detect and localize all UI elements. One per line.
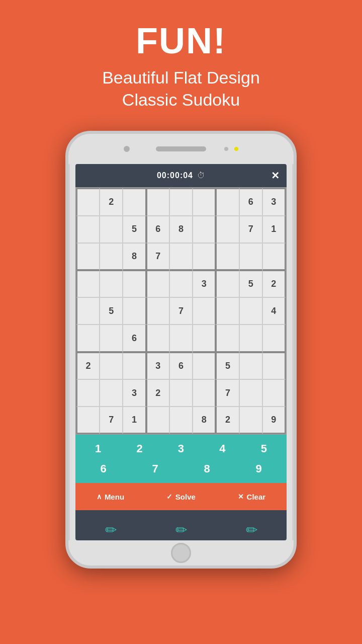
sudoku-cell[interactable]: 5 [123, 216, 146, 243]
sudoku-cell[interactable]: 2 [100, 188, 123, 215]
sudoku-cell[interactable]: 5 [100, 297, 123, 325]
sudoku-cell[interactable] [216, 325, 239, 352]
num-btn-9[interactable]: 9 [244, 460, 274, 478]
sudoku-cell[interactable] [239, 243, 262, 270]
sudoku-cell[interactable]: 3 [123, 379, 146, 407]
sudoku-cell[interactable]: 6 [146, 216, 169, 243]
sudoku-cell[interactable]: 8 [193, 407, 216, 434]
sudoku-cell[interactable]: 7 [216, 379, 239, 407]
num-btn-8[interactable]: 8 [192, 460, 222, 478]
sudoku-cell[interactable] [239, 379, 262, 407]
phone-screen: 00:00:04 ⏱ ✕ 263568718735257462365327718… [75, 164, 287, 540]
sudoku-cell[interactable] [193, 216, 216, 243]
sudoku-cell[interactable] [100, 243, 123, 270]
sudoku-cell[interactable] [262, 352, 286, 379]
num-btn-7[interactable]: 7 [140, 460, 170, 478]
sudoku-cell[interactable]: 2 [216, 407, 239, 434]
sudoku-cell[interactable]: 2 [262, 270, 286, 297]
sudoku-cell[interactable] [169, 243, 193, 270]
num-btn-3[interactable]: 3 [166, 440, 196, 458]
sudoku-cell[interactable] [239, 325, 262, 352]
sudoku-cell[interactable] [239, 297, 262, 325]
sudoku-cell[interactable]: 6 [239, 188, 262, 215]
sudoku-cell[interactable] [76, 297, 100, 325]
sudoku-cell[interactable] [76, 379, 100, 407]
numpad-row-1: 1 2 3 4 5 [77, 440, 285, 458]
sudoku-cell[interactable] [76, 325, 100, 352]
sudoku-cell[interactable] [100, 216, 123, 243]
num-btn-5[interactable]: 5 [249, 440, 279, 458]
sudoku-cell[interactable] [146, 297, 169, 325]
sudoku-cell[interactable]: 7 [100, 407, 123, 434]
sudoku-cell[interactable]: 3 [193, 270, 216, 297]
sudoku-cell[interactable]: 7 [146, 243, 169, 270]
sudoku-cell[interactable]: 2 [146, 379, 169, 407]
sudoku-cell[interactable] [193, 297, 216, 325]
sudoku-cell[interactable] [216, 297, 239, 325]
sudoku-grid[interactable]: 26356871873525746236532771829 [75, 187, 287, 435]
sudoku-cell[interactable] [216, 243, 239, 270]
sudoku-cell[interactable]: 4 [262, 297, 286, 325]
close-button[interactable]: ✕ [271, 170, 280, 182]
sudoku-cell[interactable]: 6 [169, 352, 193, 379]
sudoku-cell[interactable]: 3 [262, 188, 286, 215]
sudoku-cell[interactable] [169, 325, 193, 352]
sudoku-cell[interactable] [239, 407, 262, 434]
sudoku-cell[interactable] [146, 325, 169, 352]
sudoku-cell[interactable] [169, 188, 193, 215]
sudoku-cell[interactable] [76, 407, 100, 434]
sudoku-cell[interactable] [193, 188, 216, 215]
sudoku-cell[interactable] [193, 243, 216, 270]
sudoku-cell[interactable] [216, 188, 239, 215]
timer-display: 00:00:04 [157, 171, 193, 180]
sudoku-cell[interactable] [262, 379, 286, 407]
num-btn-4[interactable]: 4 [207, 440, 237, 458]
sudoku-cell[interactable] [76, 270, 100, 297]
sudoku-cell[interactable]: 7 [169, 297, 193, 325]
sudoku-cell[interactable]: 1 [123, 407, 146, 434]
sudoku-cell[interactable]: 8 [169, 216, 193, 243]
sudoku-cell[interactable] [146, 188, 169, 215]
sudoku-cell[interactable] [146, 407, 169, 434]
sudoku-cell[interactable]: 1 [262, 216, 286, 243]
num-btn-1[interactable]: 1 [83, 440, 113, 458]
sudoku-cell[interactable]: 2 [76, 352, 100, 379]
sudoku-cell[interactable] [193, 379, 216, 407]
sudoku-cell[interactable]: 5 [216, 352, 239, 379]
sudoku-cell[interactable] [100, 325, 123, 352]
home-button[interactable] [171, 543, 191, 563]
sudoku-cell[interactable] [76, 188, 100, 215]
menu-button[interactable]: ∧ Menu [97, 493, 124, 501]
sudoku-cell[interactable] [100, 270, 123, 297]
sudoku-cell[interactable] [239, 352, 262, 379]
sudoku-cell[interactable] [123, 270, 146, 297]
sudoku-cell[interactable]: 6 [123, 325, 146, 352]
sudoku-cell[interactable] [169, 270, 193, 297]
sudoku-cell[interactable] [123, 352, 146, 379]
sudoku-cell[interactable] [169, 379, 193, 407]
sudoku-cell[interactable] [76, 243, 100, 270]
sudoku-cell[interactable] [100, 379, 123, 407]
sudoku-cell[interactable] [216, 216, 239, 243]
num-btn-2[interactable]: 2 [125, 440, 155, 458]
sudoku-cell[interactable] [76, 216, 100, 243]
sudoku-cell[interactable]: 5 [239, 270, 262, 297]
sudoku-cell[interactable] [193, 352, 216, 379]
num-btn-6[interactable]: 6 [88, 460, 119, 478]
sudoku-cell[interactable]: 8 [123, 243, 146, 270]
sudoku-cell[interactable] [100, 352, 123, 379]
sudoku-cell[interactable] [169, 407, 193, 434]
sudoku-cell[interactable]: 7 [239, 216, 262, 243]
sudoku-cell[interactable] [146, 270, 169, 297]
sudoku-cell[interactable] [123, 188, 146, 215]
sudoku-cell[interactable] [216, 270, 239, 297]
solve-button[interactable]: ✓ Solve [166, 493, 196, 501]
sudoku-cell[interactable] [262, 325, 286, 352]
sudoku-cell[interactable] [262, 243, 286, 270]
clear-button[interactable]: ✕ Clear [238, 493, 266, 501]
sudoku-cell[interactable]: 9 [262, 407, 286, 434]
phone-wrapper: 00:00:04 ⏱ ✕ 263568718735257462365327718… [0, 131, 362, 569]
sudoku-cell[interactable]: 3 [146, 352, 169, 379]
sudoku-cell[interactable] [193, 325, 216, 352]
sudoku-cell[interactable] [123, 297, 146, 325]
